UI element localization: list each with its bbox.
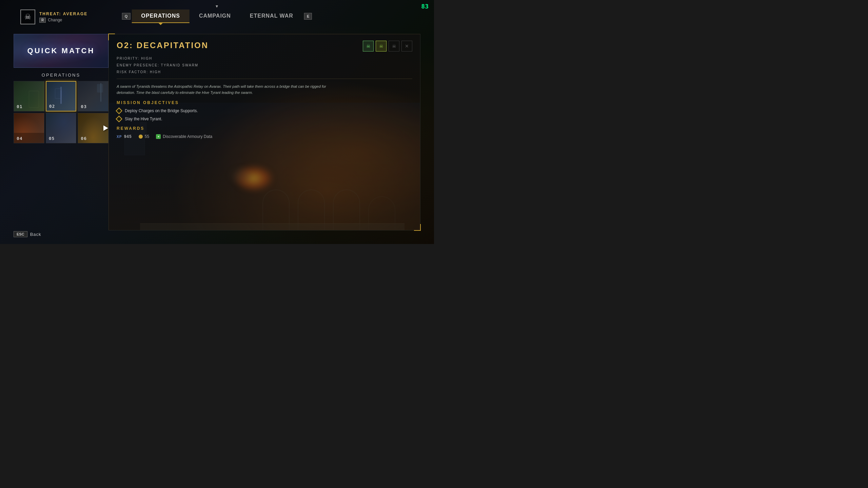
chevron-down-icon: ▾ (216, 3, 218, 9)
objective-2: Slay the Hive Tyrant. (117, 117, 412, 121)
top-nav: ▾ Q Operations Campaign Eternal War E (121, 9, 313, 23)
objective-diamond-1 (116, 107, 122, 114)
mission-detail-panel: O2: DECAPITATION ☠ ☠ ☠ ✕ PRIORITY: HIGH (108, 34, 420, 230)
panel-corner-br (414, 224, 421, 231)
currency-dot (139, 135, 143, 139)
mission-risk: RISK FACTOR: HIGH (117, 69, 412, 75)
reward-currency: 55 (139, 134, 149, 139)
divider-1 (117, 79, 412, 79)
mission-num-04: 04 (17, 136, 23, 141)
threat-panel: ☠ THREAT: AVERAGE R Change (20, 9, 87, 24)
mission-priority: PRIORITY: HIGH (117, 56, 412, 62)
mission-num-03: 03 (81, 104, 87, 109)
missions-grid: 01 02 03 04 (14, 81, 108, 143)
mission-card-01[interactable]: 01 (14, 81, 44, 111)
mission-num-01: 01 (17, 104, 23, 109)
objective-diamond-2 (116, 116, 122, 122)
mission-enemy: ENEMY PRESENCE: TYRANID SWARM (117, 62, 412, 68)
diff-icon-4: ✕ (401, 41, 412, 52)
mission-num-05: 05 (49, 136, 55, 141)
back-label: Back (30, 232, 41, 237)
mission-card-02[interactable]: 02 (46, 81, 77, 111)
difficulty-icons: ☠ ☠ ☠ ✕ (363, 41, 412, 52)
mission-num-06: 06 (81, 136, 87, 141)
objective-1: Deploy Charges on the Bridge Supports. (117, 108, 412, 113)
tab-campaign[interactable]: Campaign (190, 9, 240, 23)
corner-number: 83 (421, 3, 429, 10)
threat-icon: ☠ (20, 9, 35, 24)
left-panel: QUICK MATCH OPERATIONS 01 02 (14, 34, 108, 143)
armoury-data-icon: ✦ (156, 134, 161, 139)
mission-description: A swarm of Tyranids threatens the Astrop… (117, 84, 327, 96)
diff-icon-3: ☠ (389, 41, 399, 52)
objectives-header: MISSION OBJECTIVES (117, 100, 412, 105)
quick-match-label: QUICK MATCH (27, 46, 95, 55)
threat-text: THREAT: AVERAGE (39, 12, 87, 16)
mission-title: O2: DECAPITATION (117, 41, 209, 50)
quick-match-button[interactable]: QUICK MATCH (14, 34, 108, 68)
reward-item: ✦ Discoverable Armoury Data (156, 134, 212, 139)
diff-icon-1: ☠ (363, 41, 374, 52)
e-key[interactable]: E (304, 13, 312, 20)
rewards-row: XP 945 55 ✦ Discoverable Armoury Data (117, 134, 412, 139)
rewards-header: REWARDS (117, 126, 412, 131)
q-key[interactable]: Q (122, 13, 131, 20)
change-button[interactable]: R Change (39, 18, 87, 23)
mission-card-03[interactable]: 03 (78, 81, 108, 111)
skull-icon: ☠ (24, 13, 31, 21)
esc-key-badge: ESC (14, 231, 27, 237)
mission-detail-content: O2: DECAPITATION ☠ ☠ ☠ ✕ PRIORITY: HIGH (108, 34, 420, 146)
cursor (103, 125, 108, 131)
operations-section-label: OPERATIONS (14, 73, 108, 78)
mission-num-02: 02 (49, 104, 55, 109)
xp-label: XP (117, 135, 122, 139)
reward-xp: XP 945 (117, 134, 132, 139)
active-tab-indicator (159, 23, 163, 25)
tab-eternal-war[interactable]: Eternal War (240, 9, 303, 23)
bottom-nav: ESC Back (14, 231, 41, 237)
r-key-badge: R (39, 18, 46, 23)
tab-operations[interactable]: Operations (132, 9, 190, 23)
mission-card-05[interactable]: 05 (46, 113, 77, 143)
mission-title-row: O2: DECAPITATION ☠ ☠ ☠ ✕ (117, 41, 412, 52)
mission-card-04[interactable]: 04 (14, 113, 44, 143)
diff-icon-2: ☠ (376, 41, 387, 52)
